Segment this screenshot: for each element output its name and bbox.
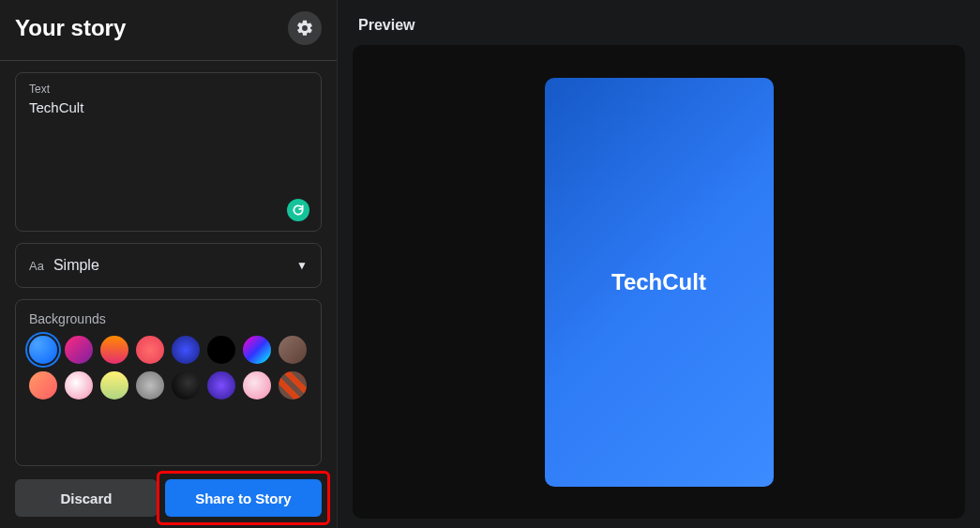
story-preview-card[interactable]: TechCult — [545, 78, 774, 487]
background-swatch[interactable] — [279, 336, 307, 364]
background-swatch[interactable] — [136, 371, 164, 400]
story-text-input[interactable] — [29, 99, 308, 212]
chevron-down-icon: ▼ — [296, 259, 308, 272]
font-selector[interactable]: Aa Simple ▼ — [15, 243, 322, 288]
background-swatch[interactable] — [172, 336, 200, 364]
backgrounds-title: Backgrounds — [29, 311, 308, 326]
share-to-story-button[interactable]: Share to Story — [165, 479, 322, 517]
background-swatch[interactable] — [100, 336, 128, 364]
grammarly-icon[interactable] — [287, 199, 309, 221]
background-swatch[interactable] — [29, 371, 57, 400]
story-preview-text: TechCult — [611, 269, 706, 295]
gear-icon — [295, 19, 314, 38]
action-row: Discard Share to Story — [0, 479, 337, 517]
preview-stage: TechCult — [353, 45, 965, 519]
story-sidebar: Your story Text Aa Simple ▼ Backgrounds … — [0, 0, 338, 528]
font-selected-name: Simple — [53, 257, 99, 274]
background-swatch[interactable] — [65, 371, 93, 400]
sidebar-header: Your story — [0, 11, 337, 61]
background-swatch[interactable] — [136, 336, 164, 364]
preview-title: Preview — [358, 17, 965, 34]
background-swatch[interactable] — [207, 336, 235, 364]
settings-button[interactable] — [288, 11, 322, 45]
background-swatch[interactable] — [100, 371, 128, 400]
backgrounds-card: Backgrounds — [15, 299, 322, 466]
background-swatch[interactable] — [172, 371, 200, 400]
preview-panel: Preview TechCult — [338, 0, 980, 528]
background-swatch[interactable] — [243, 336, 271, 364]
font-selector-label: Aa Simple — [29, 257, 99, 274]
font-prefix-icon: Aa — [29, 259, 44, 273]
background-swatch[interactable] — [207, 371, 235, 400]
story-text-card: Text — [15, 72, 322, 232]
text-field-label: Text — [29, 83, 308, 96]
background-swatch[interactable] — [243, 371, 271, 400]
page-title: Your story — [15, 15, 126, 41]
background-swatch[interactable] — [65, 336, 93, 364]
background-swatch[interactable] — [29, 336, 57, 364]
discard-button[interactable]: Discard — [15, 479, 158, 517]
background-swatch[interactable] — [279, 371, 307, 400]
background-swatches — [29, 336, 308, 400]
